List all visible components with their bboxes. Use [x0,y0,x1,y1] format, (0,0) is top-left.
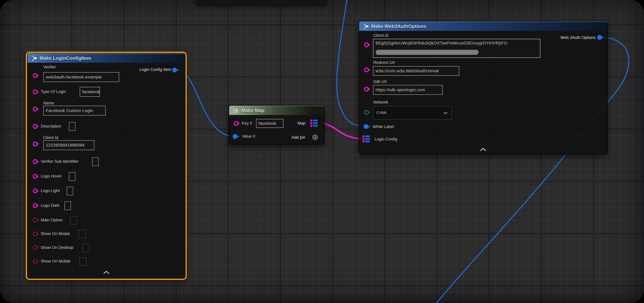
pin-label-white-label: White Label [372,124,394,129]
show-on-mobile-checkbox[interactable] [79,257,86,266]
client-id-input[interactable]: BEglQSgt4cUWcj6SKRdu5QkOXTsePmMcusG5EAoy… [373,39,540,58]
input-pin-show-on-desktop[interactable] [33,245,38,250]
pin-label-sdk-url: Sdk Url [373,79,387,84]
pin-label-key-0: Key 0 [242,121,252,126]
pin-label-redirect-url: Redirect Url [373,60,395,65]
blueprint-editor-screen: Make LoginConfigItem Login Config Item V… [0,0,644,303]
type-of-login-input[interactable]: facebook [80,87,100,97]
node-title: Make LoginConfigItem [40,56,91,61]
logo-dark-input[interactable] [64,202,71,210]
input-pin-main-option[interactable] [33,218,38,222]
chevron-down-icon [443,112,448,114]
input-pin-client-id[interactable] [33,142,38,146]
input-pin-verifier-sub-identifier[interactable] [33,159,38,164]
pin-label-client-id: Client Id [373,33,388,38]
input-pin-sdk-url[interactable] [364,87,369,92]
make-struct-icon [31,55,37,62]
offscreen-node-bottom[interactable] [196,0,327,6]
client-id-scrollbar[interactable] [376,50,479,55]
logo-hover-input[interactable] [69,172,76,181]
input-pin-key-0[interactable] [234,121,238,126]
pin-label-network: Network [373,100,388,104]
pin-label-client-id: Client Id [43,136,58,140]
input-pin-verifier[interactable] [33,73,38,78]
description-input[interactable] [69,122,76,131]
collapse-node-chevron[interactable] [480,148,486,151]
output-pin-map[interactable] [310,120,318,126]
input-pin-name[interactable] [33,107,38,112]
input-pin-value-0[interactable] [233,134,238,139]
network-dropdown[interactable]: CYAN [373,106,452,120]
input-pin-logo-dark[interactable] [33,203,38,208]
sdk-url-input[interactable]: https://sdk.openlogin.com [373,85,443,95]
network-selected-value: CYAN [376,110,386,115]
make-struct-icon [362,23,369,30]
pin-label-map: Map [298,121,306,126]
pin-label-logo-dark: Logo Dark [41,203,60,208]
pin-label-show-on-modal: Show On Modal [41,232,70,236]
pin-label-logo-light: Logo Light [41,188,60,193]
node-title: Make Web3AuthOptions [371,24,426,29]
pin-label-verifier-sub-identifier: Verifier Sub Identifier [41,159,78,164]
pin-label-name: Name [43,101,54,106]
pin-label-type-of-login: Type Of Login [41,90,66,94]
wire-loginconfigitem-to-value0[interactable] [178,70,233,136]
input-pin-network[interactable] [364,110,369,115]
node-title: Make Map [242,108,264,113]
redirect-url-input[interactable]: w3a://com.w3a.Web3AuthUnreal [373,66,459,76]
pin-label-logo-hover: Logo Hover [41,174,62,178]
name-input[interactable]: Facebook Custom Login [43,106,106,116]
verifier-input[interactable]: web3auth-facebook-example [43,72,119,82]
show-on-desktop-checkbox[interactable] [82,244,90,252]
pin-label-show-on-desktop: Show On Desktop [41,245,74,250]
pin-label-login-config: Login Config [374,137,397,142]
add-pin-button[interactable] [312,134,318,140]
pin-label-show-on-mobile: Show On Mobile [41,259,70,264]
output-pin-login-config-item[interactable] [172,68,177,72]
make-map-icon [232,108,239,114]
input-pin-show-on-modal[interactable] [33,232,38,236]
node-header[interactable]: Make Map [229,106,324,115]
input-pin-login-config[interactable] [362,136,370,142]
pin-label-value-0: Value 0 [242,134,255,139]
node-make-web3authoptions[interactable]: Make Web3AuthOptions Web 3Auth Options C… [359,21,608,154]
node-header[interactable]: Make Web3AuthOptions [359,22,607,31]
input-pin-client-id[interactable] [364,42,369,47]
collapse-node-chevron[interactable] [103,271,109,274]
pin-label-description: Description [41,124,61,129]
pin-label-login-config-item: Login Config Item [139,67,171,72]
add-pin-label: Add pin [292,135,305,140]
input-pin-redirect-url[interactable] [364,68,369,72]
main-option-checkbox[interactable] [70,216,77,224]
show-on-modal-checkbox[interactable] [78,230,86,238]
node-make-map[interactable]: Make Map Key 0 facebook Map Value 0 Add … [229,105,324,144]
wire-map-to-loginconfig[interactable] [322,123,360,138]
input-pin-show-on-mobile[interactable] [33,259,38,264]
node-header[interactable]: Make LoginConfigItem [28,53,185,63]
input-pin-description[interactable] [33,124,38,129]
pin-label-web3auth-options: Web 3Auth Options [560,35,596,40]
pin-label-main-option: Main Option [41,218,63,222]
key-0-input[interactable]: facebook [256,119,284,128]
pin-label-verifier: Verifier [43,65,56,70]
blueprint-graph-canvas[interactable]: Make LoginConfigItem Login Config Item V… [0,0,644,303]
input-pin-white-label[interactable] [364,124,368,129]
node-make-loginconfigitem[interactable]: Make LoginConfigItem Login Config Item V… [27,53,186,279]
logo-light-input[interactable] [66,187,73,196]
output-pin-web3auth-options[interactable] [597,35,602,40]
client-id-value: BEglQSgt4cUWcj6SKRdu5QkOXTsePmMcusG5EAoy… [376,41,507,46]
input-pin-logo-light[interactable] [33,188,38,193]
client-id-input[interactable]: 1222658941886084 [43,140,94,150]
input-pin-logo-hover[interactable] [33,174,38,179]
input-pin-type-of-login[interactable] [33,90,38,94]
verifier-sub-identifier-input[interactable] [92,157,99,166]
